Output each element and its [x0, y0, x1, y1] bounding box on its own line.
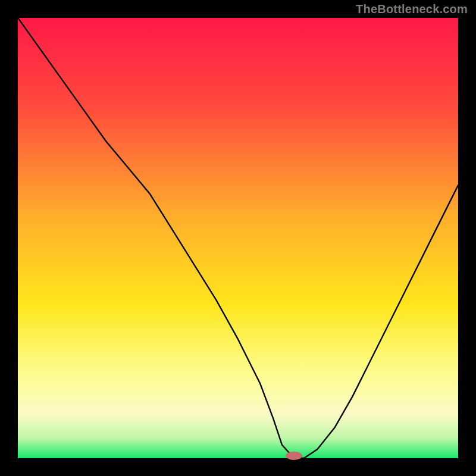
optimal-point-marker	[286, 452, 302, 460]
gradient-background	[18, 18, 458, 458]
chart-frame: TheBottleneck.com	[0, 0, 476, 476]
watermark-text: TheBottleneck.com	[356, 2, 468, 16]
bottleneck-chart	[0, 0, 476, 476]
